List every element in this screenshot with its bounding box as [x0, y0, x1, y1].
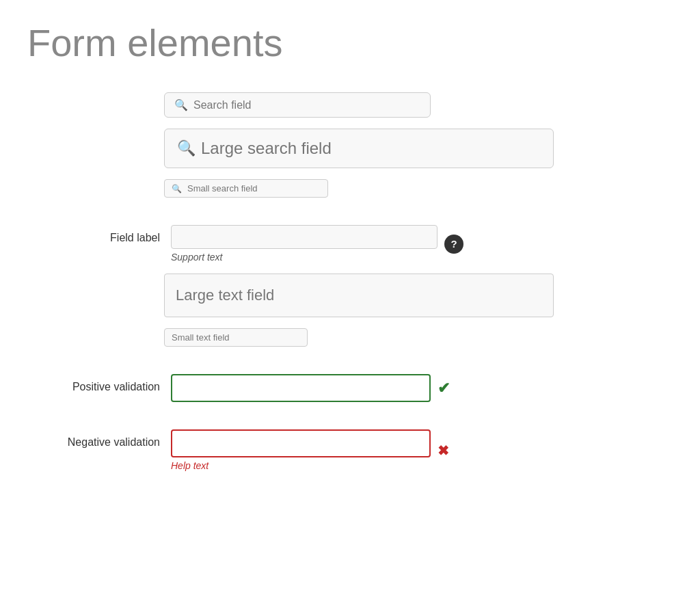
spacer-1	[27, 209, 643, 214]
negative-input-col: Help text ✖	[171, 429, 449, 471]
positive-validation-label: Positive validation	[27, 374, 171, 393]
search-field-small[interactable]: 🔍	[164, 179, 328, 198]
help-icon-label: ?	[450, 238, 457, 250]
negative-input-col-v: Help text	[171, 429, 431, 471]
support-text: Support text	[171, 252, 438, 263]
form-elements-container: 🔍 🔍 🔍 Field label Support text	[27, 92, 643, 471]
field-label-text: Field label	[27, 225, 171, 244]
search-input-small[interactable]	[187, 183, 321, 194]
field-input-area: Support text ?	[171, 225, 463, 263]
negative-validation-row: Negative validation Help text ✖	[27, 429, 643, 471]
search-icon-small: 🔍	[172, 184, 182, 194]
cross-icon: ✖	[438, 442, 449, 459]
field-input-col-v: Support text	[171, 225, 438, 263]
negative-validation-col: Help text ✖	[171, 429, 449, 471]
search-icon-large: 🔍	[177, 139, 196, 157]
spacer-2	[27, 358, 643, 363]
text-input-small[interactable]	[164, 328, 308, 347]
spacer-3	[27, 413, 643, 418]
search-field-normal[interactable]: 🔍	[164, 92, 431, 118]
search-input-large[interactable]	[201, 139, 541, 158]
positive-validation-input[interactable]	[171, 374, 431, 402]
search-large-wrapper: 🔍	[164, 129, 643, 168]
text-input-large[interactable]	[164, 274, 554, 317]
negative-validation-input[interactable]	[171, 429, 431, 457]
text-small-wrapper	[164, 328, 643, 347]
page-title: Form elements	[27, 21, 673, 65]
field-label-row: Field label Support text ?	[27, 225, 643, 263]
field-text-input[interactable]	[171, 225, 438, 249]
help-icon[interactable]: ?	[444, 235, 463, 254]
search-icon-normal: 🔍	[174, 98, 188, 111]
help-text: Help text	[171, 460, 431, 471]
search-field-large[interactable]: 🔍	[164, 129, 554, 168]
checkmark-icon: ✔	[438, 380, 450, 397]
search-input-normal[interactable]	[193, 99, 420, 111]
negative-validation-label: Negative validation	[27, 429, 171, 449]
positive-validation-row: Positive validation ✔	[27, 374, 643, 402]
search-normal-wrapper: 🔍	[164, 92, 643, 118]
search-small-wrapper: 🔍	[164, 179, 643, 198]
field-input-col: Support text ?	[171, 225, 463, 263]
positive-validation-input-col: ✔	[171, 374, 450, 402]
text-large-wrapper	[164, 274, 643, 317]
